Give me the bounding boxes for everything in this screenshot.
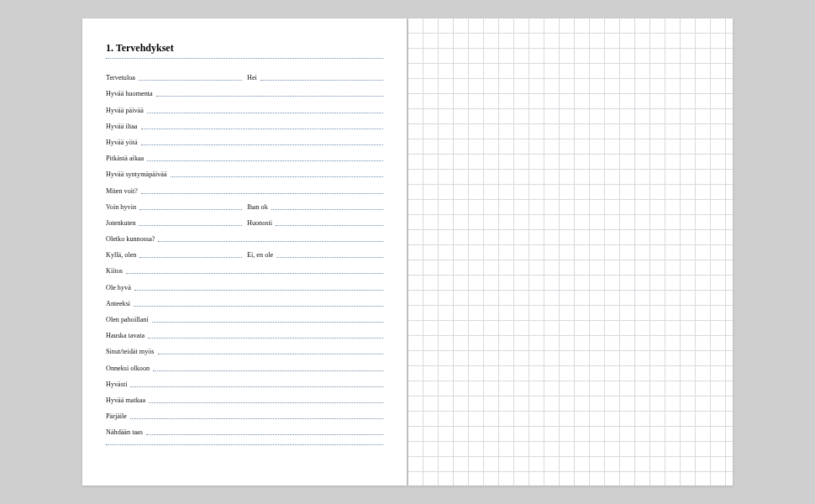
word-cell: Anteeksi bbox=[106, 300, 383, 309]
word-cell: Oletko kunnossa? bbox=[106, 235, 383, 244]
word-row: Kiitos bbox=[106, 260, 383, 276]
blank-line bbox=[147, 113, 383, 113]
word-row: JotenkutenHuonosti bbox=[106, 213, 383, 228]
word-row: Ole hyvä bbox=[106, 276, 383, 292]
blank-line bbox=[171, 176, 383, 177]
word-cell: Pärjäile bbox=[106, 412, 383, 422]
bottom-rule bbox=[106, 444, 383, 445]
word-label: Olen pahoillani bbox=[106, 316, 149, 325]
word-cell: Hauska tavata bbox=[106, 332, 383, 341]
blank-line bbox=[139, 80, 242, 81]
blank-line bbox=[276, 257, 383, 258]
word-cell: Hei bbox=[247, 74, 383, 83]
word-row: Anteeksi bbox=[106, 293, 383, 309]
word-label: Anteeksi bbox=[106, 300, 130, 309]
blank-line bbox=[276, 225, 383, 226]
word-label: Kyllä, olen bbox=[106, 251, 136, 260]
heading-underline bbox=[106, 58, 383, 59]
word-label: Hyvää yötä bbox=[106, 139, 138, 148]
word-row: Kyllä, olenEi, en ole bbox=[106, 244, 383, 260]
blank-line bbox=[141, 144, 383, 145]
word-label: Hyvää matkaa bbox=[106, 396, 145, 406]
word-label: Voin hyvin bbox=[106, 203, 136, 213]
word-label: Pitkästä aikaa bbox=[106, 155, 144, 164]
blank-line bbox=[271, 209, 383, 210]
blank-line bbox=[156, 96, 383, 97]
word-label: Miten voit? bbox=[106, 187, 138, 197]
word-row: TervetuloaHei bbox=[106, 67, 383, 83]
word-label: Oletko kunnossa? bbox=[106, 235, 155, 244]
word-cell: Ihan ok bbox=[247, 203, 383, 213]
blank-line bbox=[153, 370, 383, 371]
word-row: Oletko kunnossa? bbox=[106, 228, 383, 244]
word-label: Ihan ok bbox=[247, 203, 268, 213]
blank-line bbox=[260, 80, 383, 81]
word-label: Hyvää iltaa bbox=[106, 123, 138, 132]
blank-line bbox=[126, 273, 383, 274]
word-row: Voin hyvinIhan ok bbox=[106, 197, 383, 213]
blank-line bbox=[130, 418, 383, 419]
word-row: Nähdään taas bbox=[106, 422, 383, 438]
word-label: Hyvää huomenta bbox=[106, 90, 153, 99]
notebook-spread: 1. Tervehdykset TervetuloaHeiHyvää huome… bbox=[82, 18, 733, 486]
word-cell: Pitkästä aikaa bbox=[106, 155, 383, 164]
word-label: Huonosti bbox=[247, 219, 272, 228]
word-cell: Ei, en ole bbox=[247, 251, 383, 260]
word-label: Kiitos bbox=[106, 267, 123, 276]
word-cell: Hyvää päivää bbox=[106, 107, 383, 116]
word-label: Tervetuloa bbox=[106, 74, 135, 83]
word-cell: Voin hyvin bbox=[106, 203, 242, 213]
blank-line bbox=[152, 322, 383, 323]
word-row: Hyvää huomenta bbox=[106, 83, 383, 99]
word-cell: Nähdään taas bbox=[106, 428, 383, 438]
blank-line bbox=[134, 306, 383, 307]
word-cell: Onneksi olkoon bbox=[106, 365, 383, 374]
section-heading: 1. Tervehdykset bbox=[106, 42, 383, 55]
blank-line bbox=[134, 290, 383, 291]
word-cell: Sinut/teidät myös bbox=[106, 348, 383, 357]
blank-line bbox=[139, 225, 242, 226]
word-label: Hei bbox=[247, 74, 257, 83]
word-list: TervetuloaHeiHyvää huomentaHyvää päivääH… bbox=[106, 67, 383, 438]
word-row: Hyvästi bbox=[106, 374, 383, 390]
blank-line bbox=[130, 386, 383, 387]
word-label: Hauska tavata bbox=[106, 332, 145, 341]
blank-line bbox=[158, 241, 383, 242]
blank-line bbox=[147, 160, 383, 161]
word-cell: Hyvää syntymäpäivää bbox=[106, 171, 383, 180]
blank-line bbox=[158, 354, 383, 354]
word-cell: Jotenkuten bbox=[106, 219, 242, 228]
word-row: Hyvää matkaa bbox=[106, 390, 383, 406]
right-page-grid bbox=[408, 18, 733, 486]
word-label: Onneksi olkoon bbox=[106, 365, 150, 374]
word-cell: Hyvästi bbox=[106, 381, 383, 390]
blank-line bbox=[149, 402, 383, 403]
word-cell: Kyllä, olen bbox=[106, 251, 242, 260]
word-cell: Miten voit? bbox=[106, 187, 383, 197]
word-row: Onneksi olkoon bbox=[106, 357, 383, 373]
left-page: 1. Tervehdykset TervetuloaHeiHyvää huome… bbox=[82, 18, 407, 486]
word-row: Pärjäile bbox=[106, 406, 383, 422]
word-row: Miten voit? bbox=[106, 180, 383, 196]
word-row: Hyvää yötä bbox=[106, 132, 383, 148]
word-label: Hyvää syntymäpäivää bbox=[106, 171, 167, 180]
word-row: Sinut/teidät myös bbox=[106, 341, 383, 357]
word-label: Nähdään taas bbox=[106, 428, 143, 438]
word-cell: Hyvää matkaa bbox=[106, 396, 383, 406]
word-row: Hyvää päivää bbox=[106, 99, 383, 115]
word-label: Jotenkuten bbox=[106, 219, 135, 228]
word-row: Olen pahoillani bbox=[106, 309, 383, 325]
word-label: Hyvää päivää bbox=[106, 107, 144, 116]
word-label: Hyvästi bbox=[106, 381, 127, 390]
word-cell: Olen pahoillani bbox=[106, 316, 383, 325]
word-cell: Tervetuloa bbox=[106, 74, 242, 83]
blank-line bbox=[141, 129, 383, 129]
blank-line bbox=[139, 257, 242, 258]
word-row: Hyvää syntymäpäivää bbox=[106, 164, 383, 180]
blank-line bbox=[141, 193, 383, 194]
blank-line bbox=[146, 434, 383, 435]
word-cell: Ole hyvä bbox=[106, 284, 383, 293]
word-label: Pärjäile bbox=[106, 412, 127, 422]
word-row: Pitkästä aikaa bbox=[106, 148, 383, 164]
blank-line bbox=[139, 209, 242, 210]
